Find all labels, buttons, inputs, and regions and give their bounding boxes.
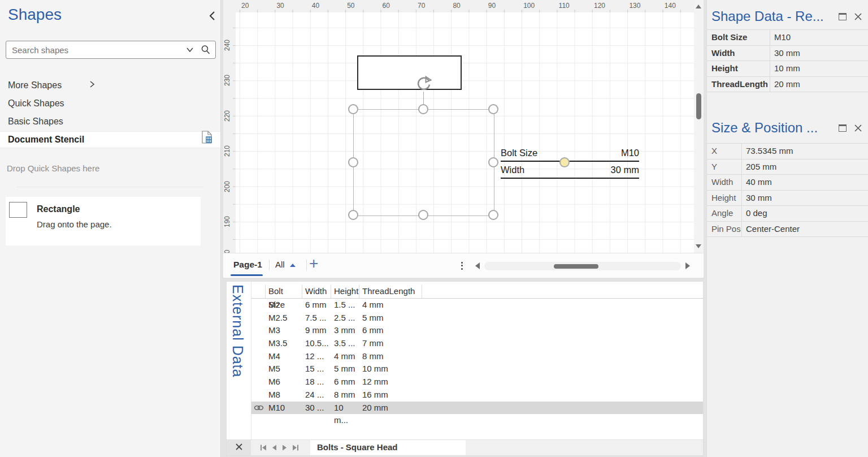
sidebar-item-basic-shapes[interactable]: Basic Shapes [0,113,220,130]
selection-handle-top-center[interactable] [418,104,428,114]
selection-handle-bottom-right[interactable] [488,210,498,220]
external-data-pane-label: External Data [229,284,246,377]
horizontal-scrollbar[interactable] [484,262,681,270]
ruler-tick-label: 220 [223,106,231,126]
column-header-filler [422,284,703,298]
link-column-header[interactable] [251,284,266,298]
horizontal-scrollbar-thumb[interactable] [554,264,598,269]
ruler-tick-label: 200 [223,176,231,197]
close-external-data-button[interactable] [227,440,251,455]
external-data-row-m3[interactable]: M39 mm3 mm6 mm [251,324,703,337]
next-record-icon[interactable] [282,443,287,453]
previous-record-icon[interactable] [272,443,277,453]
panel-row-label: X [707,144,742,159]
add-page-button[interactable]: + [309,252,318,275]
scroll-right-arrow-icon[interactable] [685,262,690,269]
panel-row-value[interactable]: 20 mm [770,77,868,92]
panel-row-value[interactable]: 73.5345 mm [742,144,868,159]
collapse-panel-button[interactable] [207,10,218,21]
selection-handle-top-left[interactable] [348,104,358,114]
selection-handle-bottom-center[interactable] [418,210,428,220]
panel-row-value[interactable]: 40 mm [742,175,868,190]
selection-handle-top-right[interactable] [488,104,498,114]
chevron-down-icon[interactable] [184,41,196,58]
sidebar-item-more-shapes[interactable]: More Shapes [0,77,220,94]
task-panes: Shape Data - Re... Bolt SizeM10Width30 m… [706,0,868,457]
sidebar-item-document-stencil[interactable]: Document Stencil [0,131,220,148]
close-icon[interactable] [854,12,862,21]
external-data-row-m4[interactable]: M412 ...4 mm8 mm [251,350,703,363]
cell: 6 mm [359,324,422,337]
panel-row-value[interactable]: M10 [770,30,868,45]
cell: 7.5 ... [302,312,331,325]
scroll-down-arrow-icon[interactable] [696,244,701,248]
scroll-up-arrow-icon[interactable] [696,5,701,8]
cell: 15 ... [302,363,331,376]
panel-row-label: Bolt Size [707,30,770,45]
selection-handle-bottom-left[interactable] [348,210,358,220]
shape-data-callout[interactable]: Bolt Size M10 Width 30 mm [501,145,639,179]
stencil-item-rectangle[interactable]: Rectangle Drag onto the page. [6,197,201,245]
search-icon[interactable] [196,41,215,58]
panel-row-value[interactable]: 0 deg [742,206,868,221]
external-data-row-m6[interactable]: M618 ...6 mm12 mm [251,376,703,389]
control-handle-yellow[interactable] [559,157,570,167]
panel-row-label: Width [707,46,770,61]
vertical-scrollbar-thumb[interactable] [696,93,701,119]
column-header-bolt-size[interactable]: Bolt Size [266,284,302,298]
vertical-scrollbar[interactable] [694,0,704,253]
cell: 1.5 ... [331,299,359,312]
selection-handle-mid-left[interactable] [348,157,358,167]
more-options-icon[interactable] [461,260,463,271]
sidebar-item-quick-shapes[interactable]: Quick Shapes [0,95,220,112]
rotation-handle-icon[interactable] [414,74,433,93]
external-data-row-m10[interactable]: M1030 ...10 m...20 mm [251,402,703,415]
cell [422,324,703,337]
panel-row: Angle0 deg [707,205,868,221]
external-data-row-m2[interactable]: M26 mm1.5 ...4 mm [251,299,703,312]
rectangle-shape-icon [9,202,27,218]
all-pages-dropdown[interactable]: All [275,253,296,276]
column-header-height[interactable]: Height [331,284,359,298]
selection-handle-mid-right[interactable] [488,157,498,167]
panel-row-label: Height [707,61,770,76]
callout-label: Width [501,162,524,178]
cell [422,389,703,402]
first-record-icon[interactable] [260,443,267,453]
column-header-threadlength[interactable]: ThreadLength [359,284,422,298]
search-input[interactable] [6,45,184,55]
cell [422,363,703,376]
cell: 12 mm [359,376,422,389]
tab-page-1[interactable]: Page-1 [228,253,268,276]
bolt-head-shape[interactable] [357,55,462,90]
float-pane-icon[interactable] [839,124,847,132]
external-data-row-m3.5[interactable]: M3.510.5...3.5 ...7 mm [251,337,703,350]
panel-row-value[interactable]: 30 mm [742,191,868,206]
float-pane-icon[interactable] [839,13,847,20]
drawing-page[interactable]: Bolt Size M10 Width 30 mm [236,12,694,253]
external-data-pane: External Data Bolt Size Width Height Thr… [226,281,704,456]
panel-row: Height10 mm [707,61,868,76]
close-icon [235,443,243,453]
shape-data-panel: Shape Data - Re... Bolt SizeM10Width30 m… [707,0,868,92]
search-box[interactable] [6,41,216,59]
scroll-left-arrow-icon[interactable] [475,262,480,269]
cell: 3.5 ... [331,337,359,350]
external-data-row-m5[interactable]: M515 ...5 mm10 mm [251,363,703,376]
shapes-panel-title: Shapes [8,6,62,24]
close-icon[interactable] [854,124,862,132]
external-data-row-m8[interactable]: M824 ...8 mm16 mm [251,389,703,402]
panel-row-value[interactable]: Center-Center [742,222,868,237]
column-header-width[interactable]: Width [302,284,331,298]
external-data-row-m2.5[interactable]: M2.57.5 ...2.5 ...5 mm [251,312,703,325]
cell: 10 m... [331,402,359,415]
panel-row-value[interactable]: 30 mm [770,46,868,61]
last-record-icon[interactable] [292,443,299,453]
panel-row: Bolt SizeM10 [707,29,868,45]
link-cell [251,312,266,325]
panel-row-value[interactable]: 10 mm [770,61,868,76]
external-data-tab-bolts-square-head[interactable]: Bolts - Square Head [310,440,466,455]
panel-row-value[interactable]: 205 mm [742,159,868,175]
cell: 12 ... [302,350,331,363]
external-data-header-row: Bolt Size Width Height ThreadLength [251,284,703,299]
